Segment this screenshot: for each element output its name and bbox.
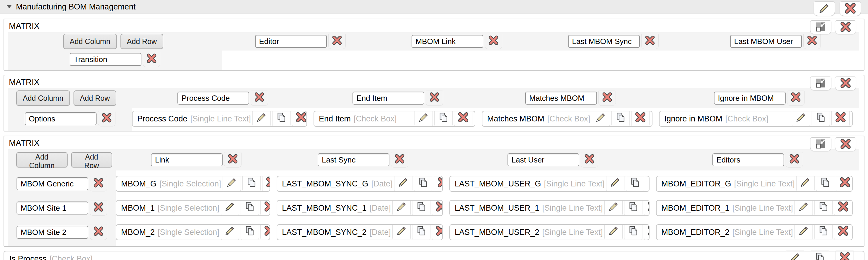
collapse-panel-button[interactable]	[810, 20, 831, 34]
delete-panel-button[interactable]	[835, 20, 856, 34]
delete-field-button[interactable]	[631, 111, 650, 127]
row-name-input[interactable]	[17, 202, 88, 214]
collapse-panel-button[interactable]	[810, 137, 831, 151]
delete-column-button[interactable]	[224, 152, 242, 168]
copy-field-button[interactable]	[241, 224, 259, 240]
copy-field-button[interactable]	[612, 111, 630, 127]
edit-field-button[interactable]	[795, 200, 813, 216]
field-box[interactable]: MBOM_EDITOR_G[Single Line Text]	[656, 176, 852, 192]
section-header[interactable]: Manufacturing BOM Management	[0, 0, 868, 14]
delete-field-button[interactable]	[644, 224, 650, 240]
copy-field-button[interactable]	[816, 176, 834, 192]
row-name-input[interactable]	[70, 53, 142, 66]
copy-field-button[interactable]	[624, 200, 643, 216]
delete-field-button[interactable]	[834, 224, 852, 240]
edit-field-button[interactable]	[223, 176, 241, 192]
edit-field-button[interactable]	[604, 224, 623, 240]
field-box[interactable]: LAST_MBOM_USER_G[Single Line Text]	[450, 176, 650, 192]
column-name-input[interactable]	[151, 153, 223, 166]
copy-field-button[interactable]	[414, 176, 432, 192]
delete-row-button[interactable]	[90, 176, 107, 192]
delete-field-button[interactable]	[434, 176, 443, 192]
column-name-input[interactable]	[318, 153, 390, 166]
collapse-panel-button[interactable]	[810, 77, 831, 90]
is-process-field[interactable]: Is Process [Check Box]	[4, 251, 864, 260]
edit-section-button[interactable]	[814, 1, 835, 16]
column-name-input[interactable]	[178, 92, 249, 105]
field-box[interactable]: MBOM_1[Single Selection]	[116, 200, 270, 216]
add-row-button[interactable]: Add Row	[73, 90, 116, 106]
field-box[interactable]: MBOM_G[Single Selection]	[116, 176, 270, 192]
column-name-input[interactable]	[411, 35, 483, 48]
delete-row-button[interactable]	[90, 225, 107, 240]
delete-field-button[interactable]	[834, 200, 852, 216]
add-row-button[interactable]: Add Row	[71, 152, 113, 168]
field-box[interactable]: MBOM_EDITOR_2[Single Line Text]	[656, 224, 852, 240]
edit-field-button[interactable]	[792, 111, 810, 127]
delete-field-button[interactable]	[260, 200, 270, 216]
copy-field-button[interactable]	[412, 200, 430, 216]
field-box[interactable]: LAST_MBOM_SYNC_1[Date]	[277, 200, 443, 216]
column-name-input[interactable]	[507, 153, 579, 166]
column-name-input[interactable]	[255, 35, 327, 48]
delete-row-button[interactable]	[90, 200, 107, 216]
row-name-input[interactable]	[17, 177, 88, 190]
delete-column-button[interactable]	[251, 90, 268, 106]
delete-column-button[interactable]	[328, 34, 346, 49]
edit-field-button[interactable]	[394, 176, 412, 192]
field-box[interactable]: LAST_MBOM_USER_1[Single Line Text]	[450, 200, 650, 216]
collapse-triangle-icon[interactable]	[5, 3, 13, 11]
delete-column-button[interactable]	[426, 90, 443, 106]
delete-column-button[interactable]	[787, 90, 805, 106]
delete-row-button[interactable]	[98, 111, 116, 126]
column-name-input[interactable]	[712, 153, 784, 166]
edit-field-button[interactable]	[221, 224, 239, 240]
field-box[interactable]: End Item[Check Box]	[314, 111, 475, 127]
delete-column-button[interactable]	[581, 152, 598, 168]
delete-column-button[interactable]	[641, 34, 659, 49]
delete-field-button[interactable]	[644, 200, 650, 216]
copy-field-button[interactable]	[412, 224, 430, 240]
column-name-input[interactable]	[730, 35, 802, 48]
delete-column-button[interactable]	[598, 90, 616, 106]
add-column-button[interactable]: Add Column	[16, 152, 68, 168]
field-box[interactable]: LAST_MBOM_SYNC_G[Date]	[277, 176, 443, 192]
column-name-input[interactable]	[714, 92, 786, 105]
edit-field-button[interactable]	[606, 176, 624, 192]
add-row-button[interactable]: Add Row	[120, 34, 163, 49]
copy-field-button[interactable]	[241, 200, 259, 216]
field-box[interactable]: LAST_MBOM_SYNC_2[Date]	[277, 224, 443, 240]
delete-field-button[interactable]	[260, 224, 270, 240]
field-box[interactable]: Process Code[Single Line Text]	[132, 111, 307, 127]
delete-panel-button[interactable]	[835, 137, 856, 151]
delete-field-button[interactable]	[262, 176, 270, 192]
copy-field-button[interactable]	[812, 111, 830, 127]
delete-panel-button[interactable]	[835, 77, 856, 90]
delete-field-button[interactable]	[831, 111, 850, 127]
row-name-input[interactable]	[25, 112, 97, 125]
edit-field-button[interactable]	[592, 111, 610, 127]
copy-field-button[interactable]	[624, 224, 643, 240]
delete-column-button[interactable]	[786, 152, 803, 168]
edit-field-button[interactable]	[414, 111, 433, 127]
delete-row-button[interactable]	[143, 52, 160, 67]
delete-section-button[interactable]	[840, 1, 861, 16]
edit-field-button[interactable]	[796, 176, 814, 192]
copy-field-button[interactable]	[814, 224, 833, 240]
delete-field-button[interactable]	[292, 111, 307, 127]
delete-field-button[interactable]	[432, 224, 443, 240]
edit-field-button[interactable]	[252, 111, 271, 127]
delete-field-button[interactable]	[836, 176, 852, 192]
delete-field-button[interactable]	[646, 176, 650, 192]
delete-column-button[interactable]	[485, 34, 502, 49]
edit-field-button[interactable]	[392, 224, 411, 240]
delete-column-button[interactable]	[803, 34, 821, 49]
field-box[interactable]: Matches MBOM[Check Box]	[482, 111, 652, 127]
column-name-input[interactable]	[525, 92, 597, 105]
add-column-button[interactable]: Add Column	[16, 90, 70, 106]
field-box[interactable]: LAST_MBOM_USER_2[Single Line Text]	[450, 224, 650, 240]
edit-field-button[interactable]	[221, 200, 239, 216]
delete-field-button[interactable]	[432, 200, 443, 216]
copy-field-button[interactable]	[434, 111, 453, 127]
copy-field-button[interactable]	[811, 250, 829, 260]
